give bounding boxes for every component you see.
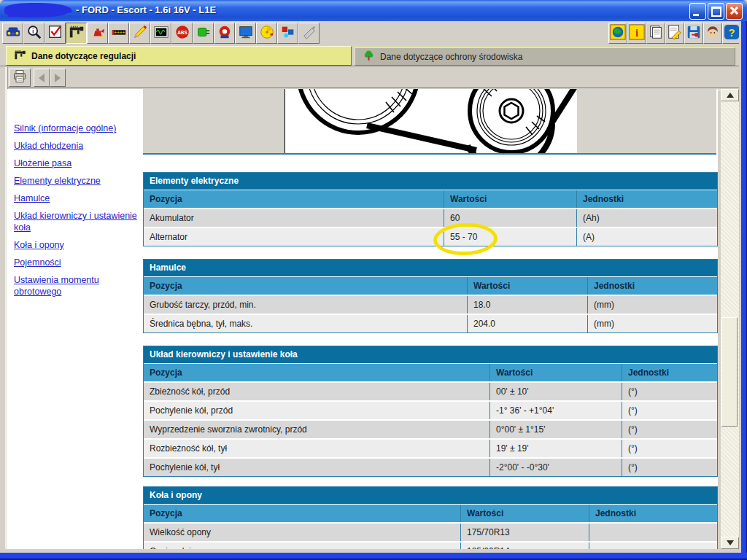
- table-cell: (°): [622, 402, 717, 419]
- sidebar-link[interactable]: Układ chłodzenia: [14, 140, 140, 152]
- table-row: Akumulator60(Ah): [144, 209, 717, 227]
- table-header-row: PozycjaWartościJednostki: [144, 364, 717, 381]
- window-border-right: [741, 21, 747, 560]
- redacted-app-name: [4, 3, 71, 18]
- table-cell: 55 - 70: [444, 228, 577, 246]
- table-cell: Zbieżność kół, przód: [144, 383, 490, 400]
- monitor-button[interactable]: [235, 23, 256, 44]
- tools-icon: [301, 24, 317, 43]
- table-row: Średnica bębna, tył, maks.204.0(mm): [144, 315, 717, 332]
- sidebar-link[interactable]: Hamulce: [14, 192, 140, 204]
- edit-pencil-button[interactable]: [129, 23, 150, 44]
- table-cell: (mm): [588, 315, 717, 332]
- table-row: Opcjonalnie185/60R14: [144, 542, 717, 549]
- tab-label: Dane dotyczące ochrony środowiska: [380, 52, 522, 62]
- vehicle-data-button[interactable]: [2, 23, 23, 44]
- table-header-row: PozycjaWartościJednostki: [144, 277, 717, 295]
- sidebar-link[interactable]: Ułożenie pasa: [14, 158, 140, 169]
- column-header: Pozycja: [144, 277, 468, 295]
- battery-test-button[interactable]: ++++: [108, 23, 129, 44]
- tab-environment-data[interactable]: Dane dotyczące ochrony środowiska: [355, 47, 735, 66]
- back-button[interactable]: [34, 69, 50, 87]
- table-cell: (A): [577, 228, 717, 246]
- spec-table-4: Koła i oponyPozycjaWartościJednostkiWiel…: [143, 486, 718, 549]
- oscilloscope-button[interactable]: [150, 23, 171, 44]
- table-cell: 60: [444, 209, 577, 227]
- connector-button[interactable]: [193, 23, 214, 44]
- forward-button[interactable]: [50, 69, 66, 87]
- caliper-button[interactable]: [66, 23, 87, 44]
- search-info-button[interactable]: i: [23, 23, 44, 44]
- table-cell: Grubość tarczy, przód, min.: [144, 296, 468, 314]
- table-cell: Wielkość opony: [144, 524, 461, 541]
- info-button[interactable]: i: [627, 23, 646, 44]
- turbo-button[interactable]: [214, 23, 235, 44]
- documents-button[interactable]: [646, 23, 665, 44]
- table-cell: 204.0: [468, 315, 588, 332]
- vertical-scrollbar[interactable]: [721, 89, 739, 549]
- tools-button[interactable]: [298, 23, 320, 44]
- table-row: Rozbieżność kół, tył19' ± 19'(°): [144, 440, 717, 457]
- oil-can-button[interactable]: [87, 23, 108, 44]
- scrollbar-thumb[interactable]: [721, 317, 738, 427]
- table-row: Pochylenie kół, przód-1° 36' - +1°04'(°): [144, 402, 717, 419]
- sidebar-link[interactable]: Ustawienia momentu obrotowego: [14, 274, 140, 298]
- timing-icon: [259, 24, 275, 43]
- table-row: Zbieżność kół, przód00' ± 10'(°): [144, 383, 717, 400]
- sidebar-link[interactable]: Elementy elektryczne: [14, 175, 140, 187]
- components-icon: [280, 24, 296, 43]
- save-button[interactable]: [684, 23, 703, 44]
- table-title: Elementy elektryczne: [144, 173, 717, 190]
- notes-button[interactable]: [665, 23, 684, 44]
- timing-button[interactable]: [256, 23, 277, 44]
- table-cell: 185/60R14: [461, 542, 589, 549]
- svg-text:i: i: [635, 26, 638, 38]
- sidebar-link[interactable]: Pojemności: [14, 257, 140, 268]
- column-header: Jednostki: [577, 190, 717, 208]
- table-row: Pochylenie kół, tył-2°00' - -0°30'(°): [144, 459, 717, 476]
- contact-button[interactable]: [703, 23, 722, 44]
- scroll-up-button[interactable]: [721, 89, 739, 101]
- table-cell: 18.0: [468, 296, 588, 314]
- sidebar-link[interactable]: Układ kierowniczy i ustawienie koła: [14, 210, 140, 233]
- scroll-down-button[interactable]: [721, 537, 739, 549]
- abs-brakes-button[interactable]: ABS: [171, 23, 193, 44]
- minimize-button[interactable]: [689, 3, 706, 20]
- checklist-button[interactable]: [44, 23, 66, 44]
- table-cell: Rozbieżność kół, tył: [144, 440, 490, 457]
- belt-diagram: [285, 89, 577, 153]
- svg-text:?: ?: [729, 26, 735, 38]
- column-header: Pozycja: [144, 364, 490, 381]
- application-window: - FORD - Escort - 1.6i 16V - L1E i++++AB…: [0, 0, 747, 560]
- table-cell: 00' ± 10': [490, 383, 622, 400]
- triangle-down-icon: [727, 540, 734, 549]
- table-header-row: PozycjaWartościJednostki: [144, 505, 717, 522]
- table-cell: (°): [622, 440, 717, 457]
- table-cell: -2°00' - -0°30': [490, 459, 622, 476]
- column-header: Wartości: [490, 364, 622, 381]
- spec-table-2: HamulcePozycjaWartościJednostkiGrubość t…: [143, 259, 718, 333]
- battery-test-icon: ++++: [111, 24, 127, 43]
- connector-icon: [196, 24, 212, 43]
- maximize-button[interactable]: [708, 3, 724, 20]
- print-button[interactable]: [9, 69, 31, 87]
- table-cell: 0°00' ± 1°15': [490, 421, 622, 438]
- belt-diagram-section: [143, 89, 716, 155]
- sidebar-link[interactable]: Koła i opony: [14, 239, 140, 251]
- table-title: Koła i opony: [144, 487, 717, 504]
- turbo-icon: [217, 24, 233, 43]
- main-area: Elementy elektrycznePozycjaWartościJedno…: [143, 89, 718, 549]
- globe-button[interactable]: [608, 23, 627, 44]
- components-button[interactable]: [277, 23, 298, 44]
- caliper-icon: [69, 24, 85, 43]
- globe-icon: [610, 24, 626, 43]
- table-cell: Średnica bębna, tył, maks.: [144, 315, 468, 332]
- arrow-right-icon: [55, 74, 61, 82]
- sidebar-link[interactable]: Silnik (informacje ogólne): [14, 122, 140, 134]
- table-title: Hamulce: [144, 260, 717, 276]
- abs-brakes-icon: ABS: [174, 24, 190, 43]
- spec-table-1: Elementy elektrycznePozycjaWartościJedno…: [143, 172, 718, 246]
- table-cell: (mm): [588, 296, 717, 314]
- tab-regulation-data[interactable]: Dane dotyczące regulacji: [6, 46, 352, 66]
- close-button[interactable]: [726, 3, 743, 20]
